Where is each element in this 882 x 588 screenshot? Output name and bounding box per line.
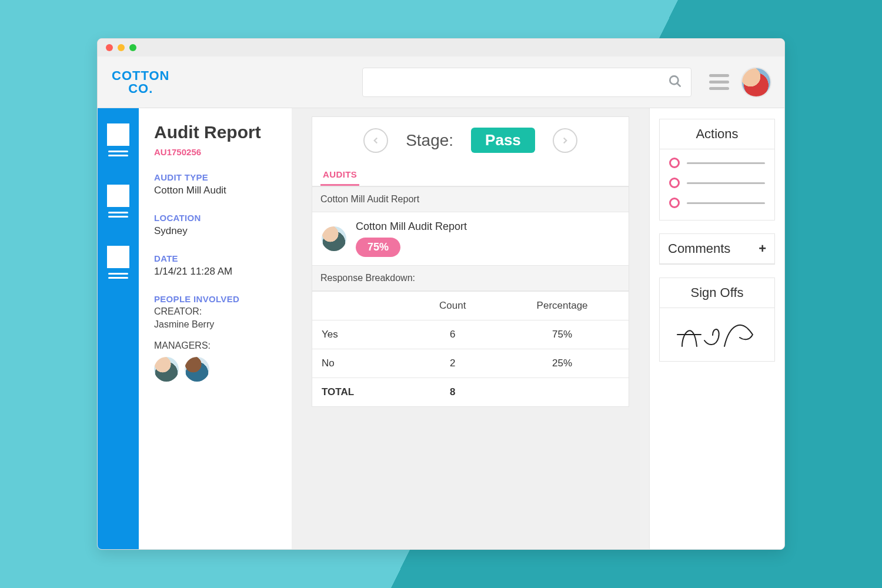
comments-panel-title: Comments xyxy=(668,241,730,256)
action-item-2[interactable] xyxy=(669,178,765,188)
audit-item-title: Cotton Mill Audit Report xyxy=(356,220,467,233)
right-sidebar: Actions Comments + xyxy=(649,108,784,549)
actions-panel-title: Actions xyxy=(660,119,774,149)
stage-prev-button[interactable] xyxy=(363,128,388,153)
location-label: LOCATION xyxy=(154,213,278,223)
search-field[interactable] xyxy=(362,68,691,97)
record-id: AU1750256 xyxy=(154,147,278,157)
manager-avatar-1[interactable] xyxy=(154,357,179,382)
signature-image xyxy=(660,308,774,361)
stage-label: Stage: xyxy=(406,131,453,150)
radio-icon xyxy=(669,178,680,188)
breakdown-label: Response Breakdown: xyxy=(312,265,629,291)
svg-line-1 xyxy=(677,83,680,86)
breakdown-total-pct xyxy=(496,378,629,407)
people-involved-label: PEOPLE INVOLVED xyxy=(154,294,278,304)
stage-next-button[interactable] xyxy=(553,128,577,153)
audit-section-header: Cotton Mill Audit Report xyxy=(312,186,629,212)
audit-card: Stage: Pass AUDITS Cotton Mill Audit Rep… xyxy=(312,116,629,407)
breakdown-row-yes: Yes 6 75% xyxy=(312,320,629,349)
breakdown-header-row: Count Percentage xyxy=(312,292,629,320)
nav-rail-item-2-icon xyxy=(107,185,129,207)
breakdown-no-pct: 25% xyxy=(496,349,629,378)
details-sidebar: Audit Report AU1750256 AUDIT TYPE Cotton… xyxy=(139,108,292,549)
nav-rail-item-1[interactable] xyxy=(107,123,129,156)
nav-rail-item-2[interactable] xyxy=(107,185,129,218)
breakdown-yes-count: 6 xyxy=(409,320,496,349)
nav-rail xyxy=(98,108,139,549)
user-avatar[interactable] xyxy=(742,68,770,96)
radio-icon xyxy=(669,158,680,168)
audit-type-label: AUDIT TYPE xyxy=(154,172,278,182)
breakdown-yes-label: Yes xyxy=(312,320,409,349)
manager-avatar-2[interactable] xyxy=(185,357,209,382)
date-value: 1/14/21 11:28 AM xyxy=(154,266,278,278)
creator-name: Jasmine Berry xyxy=(154,319,278,330)
search-input[interactable] xyxy=(371,76,667,88)
breakdown-yes-pct: 75% xyxy=(496,320,629,349)
stage-value-badge: Pass xyxy=(471,128,535,153)
creator-label: CREATOR: xyxy=(154,306,278,317)
audit-score-badge: 75% xyxy=(356,238,400,257)
app-window: COTTON CO. xyxy=(97,38,785,550)
stage-bar: Stage: Pass xyxy=(312,117,629,163)
signoffs-panel: Sign Offs xyxy=(659,278,775,362)
nav-rail-item-1-icon xyxy=(107,123,129,146)
audit-owner-avatar xyxy=(322,226,346,251)
breakdown-col-percentage: Percentage xyxy=(496,292,629,320)
breakdown-col-blank xyxy=(312,292,409,320)
tab-audits[interactable]: AUDITS xyxy=(320,163,359,186)
nav-rail-item-3-icon xyxy=(107,246,129,268)
page-title: Audit Report xyxy=(154,122,278,142)
breakdown-row-no: No 2 25% xyxy=(312,349,629,378)
window-titlebar xyxy=(98,39,784,56)
breakdown-no-label: No xyxy=(312,349,409,378)
brand-logo: COTTON CO. xyxy=(112,69,169,95)
nav-rail-item-3[interactable] xyxy=(107,246,129,279)
window-minimize-icon[interactable] xyxy=(118,44,125,51)
audit-summary-row[interactable]: Cotton Mill Audit Report 75% xyxy=(312,212,629,265)
menu-icon[interactable] xyxy=(709,74,729,90)
managers-label: MANAGERS: xyxy=(154,340,278,351)
action-item-1[interactable] xyxy=(669,158,765,168)
add-comment-button[interactable]: + xyxy=(759,241,766,256)
top-bar: COTTON CO. xyxy=(98,56,784,108)
action-item-3[interactable] xyxy=(669,198,765,208)
location-value: Sydney xyxy=(154,225,278,237)
search-icon[interactable] xyxy=(667,74,683,91)
radio-icon xyxy=(669,198,680,208)
breakdown-col-count: Count xyxy=(409,292,496,320)
signoffs-panel-title: Sign Offs xyxy=(660,278,774,308)
brand-line1: COTTON xyxy=(112,68,169,83)
breakdown-no-count: 2 xyxy=(409,349,496,378)
breakdown-row-total: TOTAL 8 xyxy=(312,378,629,407)
comments-panel: Comments + xyxy=(659,233,775,265)
brand-line2: CO. xyxy=(112,82,169,95)
tab-bar: AUDITS xyxy=(312,163,629,186)
breakdown-total-label: TOTAL xyxy=(312,378,409,407)
date-label: DATE xyxy=(154,253,278,263)
audit-type-value: Cotton Mill Audit xyxy=(154,185,278,196)
breakdown-table: Count Percentage Yes 6 75% No 2 xyxy=(312,291,629,406)
breakdown-total-count: 8 xyxy=(409,378,496,407)
actions-panel: Actions xyxy=(659,119,775,220)
window-maximize-icon[interactable] xyxy=(129,44,136,51)
main-content: Stage: Pass AUDITS Cotton Mill Audit Rep… xyxy=(292,108,649,549)
window-close-icon[interactable] xyxy=(106,44,113,51)
